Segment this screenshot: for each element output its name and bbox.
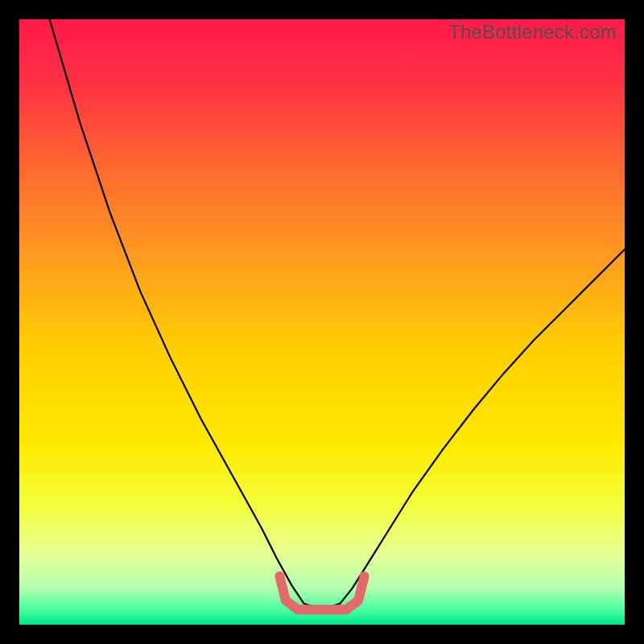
bottleneck-curve: [50, 19, 625, 609]
curves-layer: [19, 19, 625, 625]
chart-frame: TheBottleneck.com: [0, 0, 644, 644]
plot-area: TheBottleneck.com: [19, 19, 625, 625]
watermark-label: TheBottleneck.com: [448, 21, 617, 43]
flat-bottom-highlight: [279, 576, 364, 609]
